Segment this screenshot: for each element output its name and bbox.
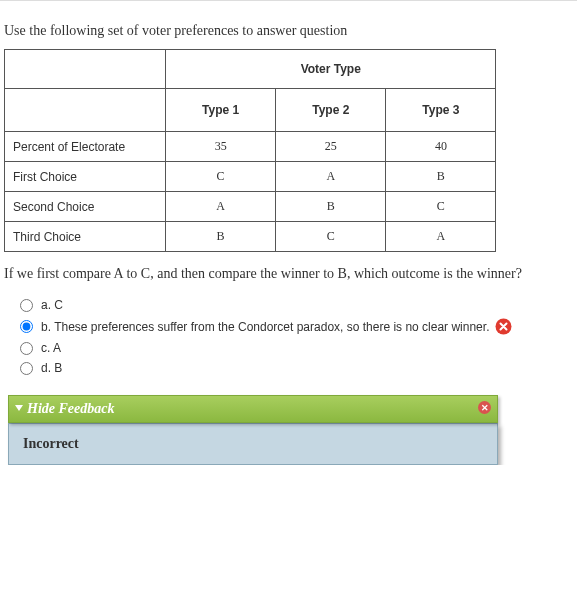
row-label: First Choice <box>5 162 166 192</box>
table-cell: C <box>386 192 496 222</box>
feedback-panel: Hide Feedback ✕ Incorrect <box>8 395 498 465</box>
option-c[interactable]: c. A <box>20 341 573 355</box>
option-b[interactable]: b. These preferences suffer from the Con… <box>20 318 573 335</box>
table-cell: B <box>166 222 276 252</box>
close-icon[interactable]: ✕ <box>478 401 491 414</box>
answer-options: a. C b. These preferences suffer from th… <box>0 298 577 391</box>
table-row: Percent of Electorate 35 25 40 <box>5 132 496 162</box>
table-blank-corner <box>5 50 166 89</box>
option-d[interactable]: d. B <box>20 361 573 375</box>
row-label: Third Choice <box>5 222 166 252</box>
option-a-label: a. C <box>41 298 63 312</box>
table-cell: A <box>166 192 276 222</box>
row-label: Percent of Electorate <box>5 132 166 162</box>
table-cell: 25 <box>276 132 386 162</box>
table-row: Second Choice A B C <box>5 192 496 222</box>
voter-preference-table: Voter Type Type 1 Type 2 Type 3 Percent … <box>4 49 496 252</box>
feedback-header-label: Hide Feedback <box>27 401 114 416</box>
table-cell: A <box>276 162 386 192</box>
feedback-body: Incorrect <box>8 423 498 465</box>
radio-d[interactable] <box>20 362 33 375</box>
option-b-label: b. These preferences suffer from the Con… <box>41 320 489 334</box>
table-col-header: Type 2 <box>276 89 386 132</box>
table-cell: A <box>386 222 496 252</box>
table-row: First Choice C A B <box>5 162 496 192</box>
radio-a[interactable] <box>20 299 33 312</box>
row-label: Second Choice <box>5 192 166 222</box>
table-cell: 35 <box>166 132 276 162</box>
option-a[interactable]: a. C <box>20 298 573 312</box>
incorrect-icon <box>495 318 512 335</box>
question-text: If we first compare A to C, and then com… <box>0 260 577 292</box>
table-cell: C <box>166 162 276 192</box>
radio-b[interactable] <box>20 320 33 333</box>
feedback-toggle[interactable]: Hide Feedback ✕ <box>8 395 498 423</box>
table-cell: B <box>386 162 496 192</box>
table-cell: B <box>276 192 386 222</box>
table-col-header: Type 1 <box>166 89 276 132</box>
table-row: Third Choice B C A <box>5 222 496 252</box>
prompt-text: Use the following set of voter preferenc… <box>0 1 577 49</box>
table-col-header: Type 3 <box>386 89 496 132</box>
table-cell: C <box>276 222 386 252</box>
table-blank-rowhead <box>5 89 166 132</box>
radio-c[interactable] <box>20 342 33 355</box>
option-c-label: c. A <box>41 341 61 355</box>
table-superheader: Voter Type <box>166 50 496 89</box>
table-cell: 40 <box>386 132 496 162</box>
option-d-label: d. B <box>41 361 62 375</box>
